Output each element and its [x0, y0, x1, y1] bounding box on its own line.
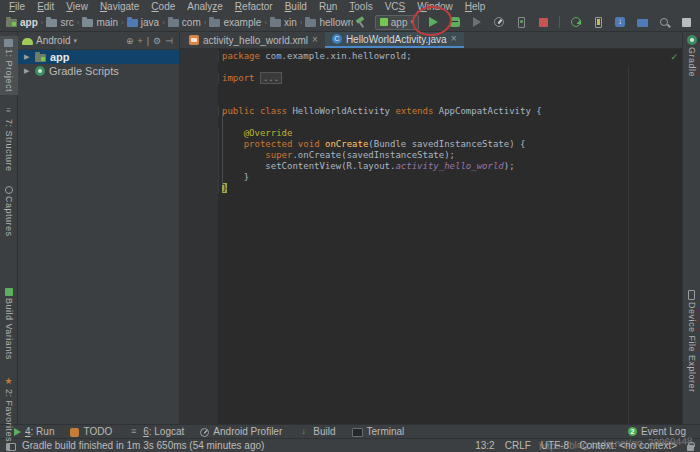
settings-button[interactable]: [678, 14, 694, 30]
code-line-8[interactable]: 8 @Override: [180, 128, 682, 139]
settings-gear-icon[interactable]: ⚙: [151, 36, 163, 46]
menu-window[interactable]: Window: [411, 1, 459, 12]
code-line-12[interactable]: 12- }: [180, 172, 682, 183]
menu-bar: FileEditViewNavigateCodeAnalyzeRefactorB…: [0, 0, 700, 13]
code-line-5[interactable]: 5: [180, 95, 682, 106]
breadcrumb-item-src[interactable]: src: [44, 17, 75, 28]
tool-button-build[interactable]: ↓Build: [290, 426, 343, 437]
close-tab-icon[interactable]: ×: [312, 35, 318, 45]
menu-file[interactable]: File: [3, 1, 31, 12]
close-tab-icon[interactable]: ×: [451, 34, 457, 44]
lock-icon[interactable]: [687, 445, 694, 451]
tool-button-todo[interactable]: TODO: [62, 426, 120, 437]
code-line-13[interactable]: 13}: [180, 183, 682, 194]
tool-window-switcher-icon[interactable]: [6, 443, 16, 451]
search-button[interactable]: [656, 14, 672, 30]
stripe-1-project[interactable]: 1: Project: [0, 36, 18, 95]
fold-guide-line: [222, 113, 223, 185]
gradle-icon: [35, 66, 45, 76]
breadcrumb-item-main[interactable]: main: [80, 17, 120, 28]
build-hammer-button[interactable]: [353, 14, 369, 30]
breadcrumb-item-com[interactable]: com: [166, 17, 203, 28]
stripe-gradle[interactable]: Gradle: [687, 32, 697, 80]
code-line-10[interactable]: 10 super.onCreate(savedInstanceState);: [180, 150, 682, 161]
code-token: extends: [395, 106, 438, 116]
code-token: ...: [260, 72, 282, 84]
expand-arrow-icon[interactable]: ▶: [24, 67, 31, 75]
menu-edit[interactable]: Edit: [31, 1, 60, 12]
stripe-label: Gradle: [687, 47, 697, 77]
run-configuration-select[interactable]: app▾: [375, 15, 419, 30]
line-separator[interactable]: CRLF: [505, 440, 531, 451]
sync-project-button[interactable]: [568, 14, 584, 30]
tab-label: activity_hello_world.xml: [203, 35, 308, 46]
menu-navigate[interactable]: Navigate: [94, 1, 145, 12]
todo-icon: [70, 428, 79, 437]
inspections-ok-icon[interactable]: ✓: [670, 52, 678, 62]
structure-icon: ≡: [3, 106, 14, 117]
menu-code[interactable]: Code: [145, 1, 181, 12]
device-explorer-button[interactable]: [634, 14, 650, 30]
chevron-down-icon[interactable]: ▾: [73, 37, 77, 45]
code-line-6[interactable]: 6cpublic class HelloWorldActivity extend…: [180, 106, 682, 117]
caret-position[interactable]: 13:2: [475, 440, 494, 451]
editor-tab-HelloWorldActivity.java[interactable]: CHelloWorldActivity.java×: [325, 32, 464, 48]
menu-help[interactable]: Help: [459, 1, 492, 12]
debug-button[interactable]: [447, 14, 463, 30]
menu-run[interactable]: Run: [313, 1, 343, 12]
breadcrumb-item-app[interactable]: app: [4, 17, 40, 28]
editor-gutter[interactable]: [180, 49, 218, 424]
context-widget[interactable]: Context: <no context>: [579, 440, 677, 451]
editor-area: activity_hello_world.xml×CHelloWorldActi…: [180, 32, 682, 424]
menu-refactor[interactable]: Refactor: [229, 1, 279, 12]
tool-button-android-profiler[interactable]: Android Profiler: [192, 426, 290, 437]
code-line-2[interactable]: 2: [180, 62, 682, 73]
stripe-captures[interactable]: Captures: [4, 183, 14, 240]
code-line-3[interactable]: 3+import ...: [180, 73, 682, 84]
tool-button-6-logcat[interactable]: ≡6: Logcat: [120, 426, 192, 437]
editor-tab-activity_hello_world.xml[interactable]: activity_hello_world.xml×: [182, 32, 325, 48]
code-line-11[interactable]: 11 setContentView(R.layout.activity_hell…: [180, 161, 682, 172]
code-line-1[interactable]: 1package com.example.xin.hellowrold;: [180, 51, 682, 62]
code-text: super.onCreate(savedInstanceState);: [218, 150, 455, 161]
breadcrumb-item-java[interactable]: java: [125, 17, 161, 28]
menu-analyze[interactable]: Analyze: [181, 1, 229, 12]
stop-button[interactable]: [535, 14, 551, 30]
sdk-manager-button[interactable]: ↓: [612, 14, 628, 30]
tool-button-label: Event Log: [641, 426, 686, 437]
tool-button-event-log[interactable]: 2Event Log: [620, 426, 694, 437]
device-explorer-icon: [637, 19, 648, 27]
project-view-selector[interactable]: Android: [36, 35, 70, 46]
expand-arrow-icon[interactable]: ▶: [24, 53, 31, 61]
hide-panel-icon[interactable]: ⊣: [163, 36, 175, 46]
menu-tools[interactable]: Tools: [343, 1, 378, 12]
tool-button-4-run[interactable]: 4: Run: [6, 426, 62, 437]
stripe-device-file-explorer[interactable]: Device File Explorer: [687, 287, 697, 396]
attach-debugger-button[interactable]: [513, 14, 529, 30]
apply-changes-button[interactable]: [469, 14, 485, 30]
avd-manager-button[interactable]: [590, 14, 606, 30]
file-encoding[interactable]: UTF-8: [541, 440, 569, 451]
code-editor[interactable]: 1package com.example.xin.hellowrold;23+i…: [180, 49, 682, 424]
options-icon[interactable]: ⊕: [124, 36, 136, 46]
tool-button-terminal[interactable]: Terminal: [344, 426, 413, 437]
breadcrumb-item-example[interactable]: example: [207, 17, 263, 28]
code-line-4[interactable]: 4: [180, 84, 682, 95]
tree-item-gradle-scripts[interactable]: ▶Gradle Scripts: [18, 64, 179, 78]
menu-vcs[interactable]: VCS: [379, 1, 412, 12]
stripe-7-structure[interactable]: ≡7: Structure: [3, 103, 14, 175]
stripe-build-variants[interactable]: Build Variants: [4, 285, 14, 363]
breadcrumb-item-hellowrold[interactable]: hellowrold: [303, 17, 352, 28]
menu-view[interactable]: View: [60, 1, 94, 12]
locate-icon[interactable]: +: [135, 36, 144, 46]
code-line-7[interactable]: 7: [180, 117, 682, 128]
breadcrumb-item-xin[interactable]: xin: [268, 17, 299, 28]
code-text: setContentView(R.layout.activity_hello_w…: [218, 161, 515, 172]
tree-item-app[interactable]: ▶app: [18, 50, 179, 64]
package-folder-icon: [305, 19, 316, 27]
breadcrumb-label: example: [223, 17, 261, 28]
code-line-9[interactable]: 9↑- protected void onCreate(Bundle saved…: [180, 139, 682, 150]
run-button[interactable]: [425, 14, 441, 30]
menu-build[interactable]: Build: [279, 1, 313, 12]
profiler-button[interactable]: [491, 14, 507, 30]
